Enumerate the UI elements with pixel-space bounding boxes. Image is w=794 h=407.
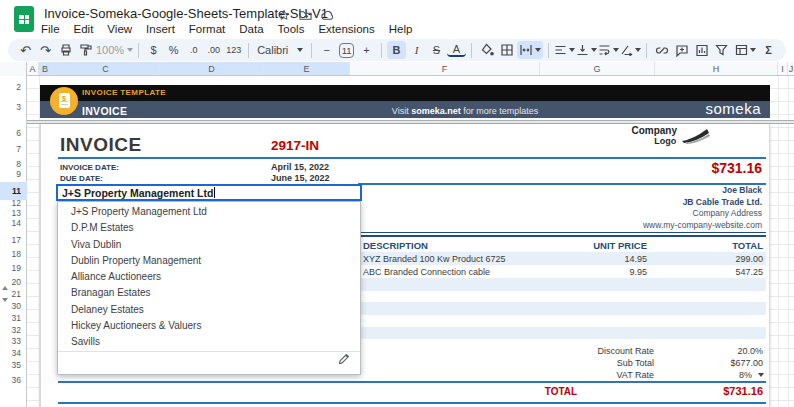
decrease-font-size-button[interactable]: − [317, 41, 336, 59]
row-header[interactable]: 14 [3, 218, 21, 228]
column-header-e[interactable]: E [264, 62, 350, 75]
customer-website[interactable]: www.my-company-website.com [643, 220, 762, 232]
functions-button[interactable]: Σ [759, 41, 778, 59]
italic-button[interactable]: I [407, 41, 426, 59]
row-header[interactable]: 7 [3, 144, 21, 154]
row-header[interactable]: 2 [3, 82, 21, 92]
discount-rate-value[interactable]: 20.0% [737, 346, 763, 356]
column-header-f[interactable]: F [350, 62, 540, 75]
subtotal-value[interactable]: $677.00 [730, 358, 763, 368]
zoom-control[interactable]: 100% [96, 41, 133, 59]
menu-item[interactable]: View [100, 21, 139, 37]
paint-format-icon[interactable] [76, 41, 95, 59]
row-header[interactable]: 33 [3, 336, 21, 346]
print-icon[interactable] [56, 41, 75, 59]
increase-decimal-button[interactable]: .00 [204, 41, 223, 59]
row-header[interactable]: 30 [3, 301, 21, 311]
dropdown-option[interactable]: Dublin Property Management [58, 253, 360, 269]
row-header[interactable]: 17 [3, 235, 21, 245]
vat-rate-value[interactable]: 8% [739, 370, 752, 380]
row-header[interactable]: 18 [3, 249, 21, 259]
undo-button[interactable]: ↶ [16, 41, 35, 59]
menu-item[interactable]: Extensions [311, 21, 381, 37]
row-group-collapse-icon[interactable] [2, 286, 8, 290]
row-header[interactable]: 13 [3, 208, 21, 218]
font-selector[interactable]: Calibri [254, 41, 306, 59]
row-header[interactable]: 3 [3, 102, 21, 112]
vat-dropdown-icon[interactable] [758, 373, 764, 377]
number-format-button[interactable]: 123 [224, 41, 243, 59]
decrease-decimal-button[interactable]: .0 [184, 41, 203, 59]
percent-format-button[interactable]: % [164, 41, 183, 59]
bold-button[interactable]: B [387, 41, 406, 59]
menu-item[interactable]: Insert [139, 21, 182, 37]
invoice-date-value[interactable]: April 15, 2022 [271, 162, 329, 172]
dropdown-option[interactable]: Savills [58, 334, 360, 350]
invoice-number[interactable]: 2917-IN [271, 138, 319, 153]
vertical-align-button[interactable] [576, 41, 597, 59]
select-all-corner[interactable] [0, 62, 27, 76]
column-header-a[interactable]: A [27, 62, 39, 75]
cell-editor[interactable]: J+S Property Management Ltd [56, 184, 362, 201]
horizontal-align-button[interactable] [554, 41, 575, 59]
redo-button[interactable]: ↷ [36, 41, 55, 59]
row-header[interactable]: 36 [3, 375, 21, 385]
column-header-b[interactable]: B [39, 62, 52, 75]
sheets-logo-icon[interactable] [14, 6, 34, 32]
menu-item[interactable]: Tools [271, 21, 312, 37]
item-unit-price[interactable]: 14.95 [624, 254, 647, 264]
row-header[interactable]: 35 [3, 360, 21, 370]
font-size-field[interactable]: 11 [339, 43, 354, 58]
borders-icon[interactable] [497, 41, 516, 59]
dropdown-option[interactable]: Alliance Auctioneers [58, 269, 360, 285]
insert-link-icon[interactable] [652, 41, 671, 59]
customer-name[interactable]: Joe Black [643, 185, 762, 197]
create-filter-icon[interactable] [712, 41, 731, 59]
row-group-expand-icon[interactable] [2, 298, 8, 302]
customer-address[interactable]: Company Address [643, 208, 762, 220]
currency-format-button[interactable]: $ [144, 41, 163, 59]
text-wrap-button[interactable] [598, 41, 619, 59]
filter-views-button[interactable] [732, 41, 758, 59]
dropdown-option[interactable]: Hickey Auctioneers & Valuers [58, 318, 360, 334]
row-header-selected[interactable]: 11 [3, 186, 21, 196]
fill-color-icon[interactable] [477, 41, 496, 59]
dropdown-option[interactable]: D.P.M Estates [58, 220, 360, 236]
menu-item[interactable]: Data [232, 21, 270, 37]
menu-item[interactable]: File [34, 21, 67, 37]
insert-comment-icon[interactable] [672, 41, 691, 59]
row-header[interactable]: 6 [3, 128, 21, 138]
dropdown-option[interactable]: Viva Dublin [58, 237, 360, 253]
column-header-i[interactable]: I [778, 62, 788, 75]
dropdown-option[interactable]: Delaney Estates [58, 302, 360, 318]
row-header[interactable]: 12 [3, 198, 21, 208]
row-header[interactable]: 31 [3, 313, 21, 323]
menu-item[interactable]: Edit [67, 21, 101, 37]
column-header-h[interactable]: H [655, 62, 778, 75]
customer-company[interactable]: JB Cable Trade Ltd. [643, 197, 762, 209]
item-total[interactable]: 299.00 [735, 254, 763, 264]
strikethrough-button[interactable]: S [427, 41, 446, 59]
item-total[interactable]: 547.25 [735, 267, 763, 277]
column-header-j[interactable]: J [788, 62, 794, 75]
item-unit-price[interactable]: 9.95 [629, 267, 647, 277]
text-rotation-button[interactable] [620, 41, 641, 59]
item-description[interactable]: XYZ Branded 100 Kw Product 6725 [363, 254, 506, 264]
menu-item[interactable]: Help [382, 21, 420, 37]
banner-promo-text[interactable]: Visit someka.net for more templates [340, 106, 590, 116]
row-header[interactable]: 32 [3, 325, 21, 335]
increase-font-size-button[interactable]: + [357, 41, 376, 59]
due-date-value[interactable]: June 15, 2022 [271, 173, 330, 183]
column-header-c[interactable]: C [52, 62, 160, 75]
text-color-button[interactable]: A [447, 43, 466, 57]
item-description[interactable]: ABC Branded Connection cable [363, 267, 490, 277]
row-header[interactable]: 34 [3, 348, 21, 358]
column-header-d[interactable]: D [160, 62, 264, 75]
row-header[interactable]: 19 [3, 263, 21, 273]
insert-chart-icon[interactable] [692, 41, 711, 59]
dropdown-option[interactable]: J+S Property Management Ltd [58, 204, 360, 220]
merge-cells-button[interactable] [517, 41, 543, 59]
row-header[interactable]: 8 [3, 159, 21, 169]
row-header[interactable]: 9 [3, 169, 21, 179]
edit-pencil-icon[interactable] [338, 351, 350, 369]
